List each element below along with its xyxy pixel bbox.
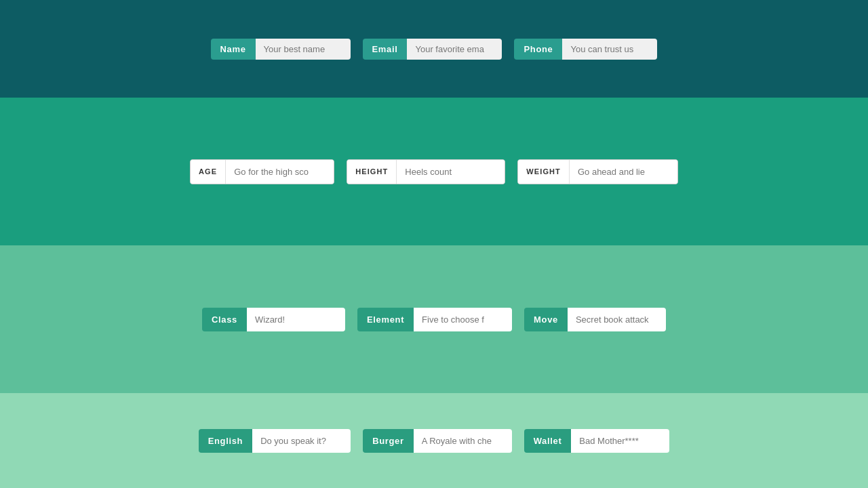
element-label: Element — [357, 308, 414, 331]
wallet-input[interactable] — [571, 429, 669, 453]
class-input[interactable] — [247, 308, 345, 331]
height-field-group: HEIGHT — [347, 159, 505, 184]
weight-label: WEIGHT — [518, 160, 569, 184]
name-label: Name — [211, 39, 256, 60]
section-4-fields: English Burger Wallet — [199, 429, 670, 453]
name-input[interactable] — [256, 39, 351, 60]
height-input[interactable] — [396, 160, 505, 184]
name-field-group: Name — [211, 39, 351, 60]
section-3-fields: Class Element Move — [202, 308, 666, 331]
weight-input[interactable] — [569, 160, 677, 184]
phone-label: Phone — [514, 39, 562, 60]
section-4: English Burger Wallet — [0, 393, 868, 488]
section-3: Class Element Move — [0, 245, 868, 393]
wallet-label: Wallet — [524, 429, 572, 453]
age-field-group: AGE — [190, 159, 334, 184]
wallet-field-group: Wallet — [524, 429, 670, 453]
english-label: English — [199, 429, 253, 453]
phone-field-group: Phone — [514, 39, 657, 60]
english-input[interactable] — [252, 429, 351, 453]
element-field-group: Element — [357, 308, 512, 331]
height-label: HEIGHT — [347, 160, 396, 184]
burger-label: Burger — [363, 429, 414, 453]
age-input[interactable] — [225, 160, 334, 184]
english-field-group: English — [199, 429, 351, 453]
email-field-group: Email — [363, 39, 502, 60]
section-2-fields: AGE HEIGHT WEIGHT — [190, 159, 678, 184]
move-label: Move — [524, 308, 568, 331]
burger-input[interactable] — [414, 429, 512, 453]
burger-field-group: Burger — [363, 429, 512, 453]
section-1: Name Email Phone — [0, 0, 868, 98]
section-1-fields: Name Email Phone — [211, 39, 658, 60]
class-label: Class — [202, 308, 247, 331]
age-label: AGE — [191, 160, 225, 184]
weight-field-group: WEIGHT — [517, 159, 678, 184]
move-field-group: Move — [524, 308, 666, 331]
phone-input[interactable] — [562, 39, 657, 60]
email-label: Email — [363, 39, 408, 60]
class-field-group: Class — [202, 308, 345, 331]
email-input[interactable] — [407, 39, 502, 60]
move-input[interactable] — [568, 308, 666, 331]
section-2: AGE HEIGHT WEIGHT — [0, 98, 868, 245]
element-input[interactable] — [414, 308, 512, 331]
